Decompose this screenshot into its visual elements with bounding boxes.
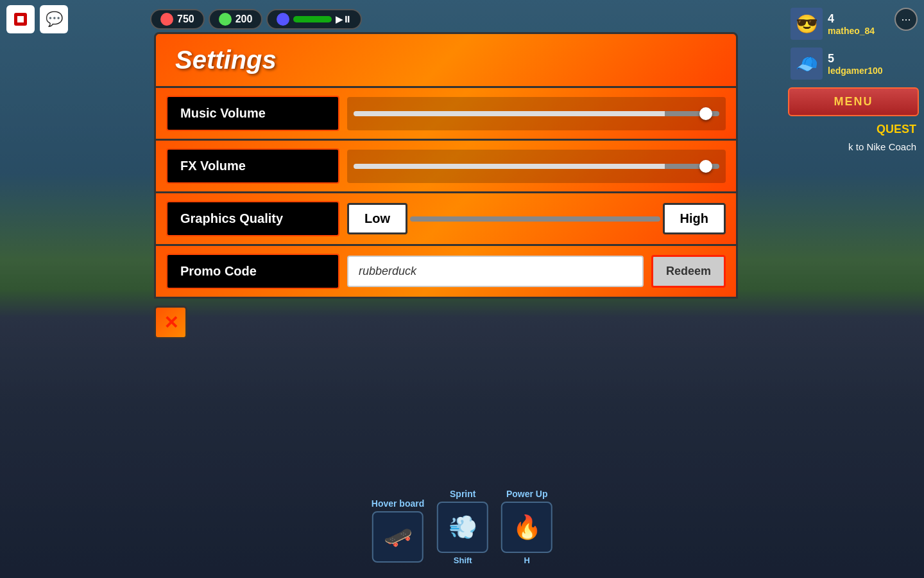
music-volume-thumb (699, 107, 712, 120)
score-red: 750 (150, 9, 205, 30)
powerup-icon: 🔥 (513, 514, 542, 541)
play-icon: ▶⏸ (336, 14, 352, 24)
promo-code-row: Promo Code Redeem (154, 246, 738, 299)
menu-button[interactable]: MENU (788, 87, 919, 116)
sprint-icon: 💨 (449, 514, 477, 541)
quality-container: Low High (347, 202, 726, 236)
right-panel: 😎 4 matheo_84 🧢 5 ledgamer100 MENU QUEST… (783, 0, 924, 159)
quality-track (410, 216, 660, 222)
player-info-1: 4 matheo_84 (828, 12, 875, 36)
player-rank-2: 5 (828, 52, 883, 66)
player-avatar-1: 😎 (791, 8, 823, 40)
music-volume-track (354, 111, 719, 116)
fx-volume-track (354, 164, 719, 169)
item-slot-sprint: Sprint 💨 Shift (437, 489, 488, 565)
hoverboard-box[interactable]: 🛹 (372, 511, 424, 563)
powerup-label: Power Up (506, 489, 548, 499)
promo-code-input[interactable] (347, 256, 644, 287)
close-button[interactable]: ✕ (154, 306, 187, 339)
blue-icon (277, 13, 289, 26)
sprint-label: Sprint (450, 489, 475, 499)
redeem-button[interactable]: Redeem (651, 255, 726, 288)
item-slot-powerup: Power Up 🔥 H (501, 489, 552, 565)
score-red-value: 750 (177, 13, 194, 25)
score-green: 200 (209, 9, 263, 30)
player-name-1: matheo_84 (828, 26, 875, 36)
fx-volume-slider-container[interactable] (347, 150, 726, 183)
fx-volume-thumb (699, 160, 712, 173)
powerup-key: H (524, 556, 530, 565)
graphics-quality-row: Graphics Quality Low High (154, 193, 738, 246)
mini-progress (293, 16, 332, 22)
graphics-quality-label: Graphics Quality (166, 201, 339, 236)
sprint-box[interactable]: 💨 (437, 502, 488, 553)
progress-bar-hud: ▶⏸ (266, 9, 362, 30)
fx-volume-label: FX Volume (166, 148, 339, 184)
settings-header: Settings (154, 32, 738, 88)
green-icon (219, 13, 232, 26)
bottom-hud: Hover board 🛹 Sprint 💨 Shift Power Up 🔥 … (372, 489, 552, 565)
high-quality-button[interactable]: High (663, 203, 726, 234)
settings-title: Settings (175, 46, 717, 74)
svg-rect-1 (17, 16, 24, 22)
close-x-icon: ✕ (164, 312, 178, 333)
score-group: 750 200 ▶⏸ (150, 9, 362, 30)
hoverboard-label: Hover board (372, 498, 424, 509)
music-volume-row: Music Volume (154, 88, 738, 141)
hoverboard-icon: 🛹 (384, 523, 413, 550)
player-entry-2: 🧢 5 ledgamer100 (788, 45, 919, 82)
red-icon (160, 13, 173, 26)
player-entry-1: 😎 4 matheo_84 (788, 5, 919, 42)
player-rank-1: 4 (828, 12, 875, 26)
music-volume-label: Music Volume (166, 96, 339, 131)
player-name-2: ledgamer100 (828, 66, 883, 76)
settings-panel: Settings Music Volume FX Volume Graphics… (154, 32, 738, 299)
fx-volume-row: FX Volume (154, 141, 738, 193)
quest-label: QUEST (788, 121, 919, 137)
roblox-icon[interactable] (6, 5, 35, 33)
chat-icon[interactable]: 💬 (40, 5, 68, 33)
sprint-key: Shift (454, 556, 472, 565)
low-quality-button[interactable]: Low (347, 203, 407, 234)
quest-text: k to Nike Coach (788, 140, 919, 153)
item-slot-hoverboard: Hover board 🛹 (372, 498, 424, 565)
player-avatar-2: 🧢 (791, 48, 823, 80)
promo-code-label: Promo Code (166, 254, 339, 289)
music-volume-slider-container[interactable] (347, 97, 726, 130)
player-info-2: 5 ledgamer100 (828, 52, 883, 76)
powerup-box[interactable]: 🔥 (501, 502, 552, 553)
score-green-value: 200 (235, 13, 253, 25)
